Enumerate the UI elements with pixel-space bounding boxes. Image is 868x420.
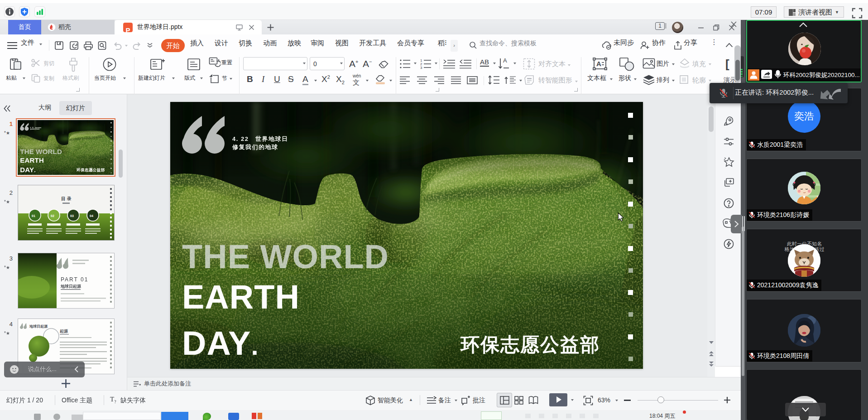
svg-text:EARTH: EARTH — [182, 278, 300, 316]
svg-text:修复我们的地球: 修复我们的地球 — [232, 144, 278, 150]
svg-text:A: A — [596, 60, 601, 68]
svg-text:04: 04 — [90, 214, 93, 217]
svg-text:THE WORLD: THE WORLD — [182, 238, 389, 275]
svg-text:3: 3 — [420, 66, 422, 69]
svg-text:DAY.: DAY. — [182, 324, 259, 362]
svg-text:01: 01 — [32, 214, 35, 217]
svg-text:PART 01: PART 01 — [61, 276, 88, 283]
svg-text:地球日起源: 地球日起源 — [29, 324, 48, 328]
svg-text:环保志愿公益部: 环保志愿公益部 — [460, 334, 600, 355]
svg-text:A: A — [503, 57, 507, 64]
svg-text:4. 22 世界地球日: 4. 22 世界地球日 — [232, 135, 288, 142]
svg-text:起源: 起源 — [59, 329, 68, 333]
svg-text:地球日起源: 地球日起源 — [60, 284, 82, 289]
svg-text:02: 02 — [51, 214, 54, 217]
svg-text:03: 03 — [70, 214, 74, 217]
svg-text:目录: 目录 — [61, 196, 73, 201]
